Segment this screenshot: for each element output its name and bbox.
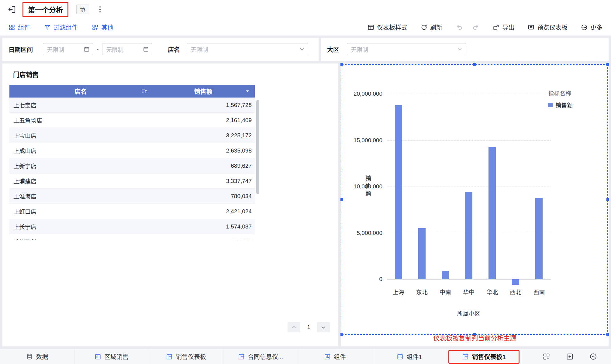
- bottom-tab[interactable]: 组件: [298, 349, 372, 364]
- export-button[interactable]: 导出: [493, 23, 514, 32]
- preview-dashboard-button[interactable]: 预览仪表板: [528, 23, 568, 32]
- dashboard-style-button[interactable]: 仪表板样式: [368, 23, 407, 32]
- table-row[interactable]: 上虹口店2,421,024: [9, 204, 255, 219]
- store-name-cell: 上七宝店: [9, 98, 152, 112]
- store-sales-table: 店名 销售额 上七宝店1,567,728上五角场店2,161,4: [9, 85, 255, 240]
- bottom-tab[interactable]: 组件1: [372, 349, 447, 364]
- widgets-row: 门店销售 店名 销售额: [2, 64, 609, 346]
- sales-column-header[interactable]: 销售额: [152, 85, 255, 98]
- annotation-box-title: 第一个分析: [22, 2, 68, 17]
- table-row[interactable]: 上成山店2,635,098: [9, 143, 255, 158]
- component-button[interactable]: 组件: [9, 23, 30, 32]
- chart-bar[interactable]: [512, 279, 519, 285]
- store-sales-widget[interactable]: 门店销售 店名 销售额: [2, 64, 338, 346]
- date-range-label: 日期区间: [9, 45, 33, 54]
- store-name-cell: 上宝山店: [9, 128, 152, 143]
- sales-value-cell: 2,161,409: [152, 113, 255, 128]
- table-row[interactable]: 兰州西货400,218: [9, 234, 255, 240]
- other-button[interactable]: 其他: [92, 23, 113, 32]
- preview-label: 预览仪表板: [537, 23, 568, 32]
- redo-icon: [472, 24, 479, 31]
- chart-bar[interactable]: [535, 198, 543, 279]
- chart-bar[interactable]: [488, 147, 496, 279]
- more-icon: [581, 24, 588, 31]
- selection-handle[interactable]: [340, 198, 343, 201]
- add-component-button[interactable]: [543, 353, 550, 360]
- table-row[interactable]: 上长宁店1,574,087: [9, 219, 255, 234]
- selection-handle[interactable]: [606, 63, 609, 66]
- bottom-tab[interactable]: 销售仪表板: [149, 349, 223, 364]
- chart-bar[interactable]: [465, 192, 472, 279]
- table-row[interactable]: 上浦建店3,337,747: [9, 173, 255, 189]
- bottom-tab[interactable]: 销售仪表板1: [447, 349, 521, 364]
- sales-value-cell: 400,218: [152, 234, 255, 240]
- dashboard-style-icon: [368, 24, 374, 31]
- gridline: [387, 279, 551, 280]
- bottom-tab-bar: 数据区域销售销售仪表板合同信息仪...组件组件1销售仪表板1: [0, 349, 611, 364]
- selection-handle[interactable]: [606, 198, 609, 201]
- dashboard-icon: [166, 353, 173, 360]
- add-dashboard-button[interactable]: [566, 353, 574, 360]
- store-name-cell: 上淮海店: [9, 189, 152, 204]
- selection-handle[interactable]: [473, 63, 476, 66]
- gridline: [387, 94, 551, 94]
- component-plus-icon: [543, 353, 550, 360]
- chart-widget-icon: [397, 353, 403, 360]
- chart-bar[interactable]: [442, 271, 449, 279]
- date-start-input[interactable]: 无限制: [43, 43, 93, 55]
- collaboration-badge[interactable]: 协: [76, 5, 89, 14]
- column-dropdown-icon[interactable]: [244, 88, 250, 94]
- gridline: [387, 187, 551, 187]
- table-row[interactable]: 上淮海店780,034: [9, 189, 255, 204]
- table-row[interactable]: 上宝山店3,225,172: [9, 128, 255, 143]
- filter-card-region: 大区 无限制: [321, 38, 609, 61]
- date-end-input[interactable]: 无限制: [102, 43, 152, 55]
- more-label: 更多: [590, 23, 602, 32]
- table-row[interactable]: 上七宝店1,567,728: [9, 98, 255, 113]
- table-scrollbar[interactable]: [256, 100, 259, 194]
- store-name-cell: 上五角场店: [9, 113, 152, 128]
- bottom-tab[interactable]: 合同信息仪...: [223, 349, 298, 364]
- sales-chart-widget[interactable]: 指标名称 销售额 销售额 05,000,00010,000,00015,000,…: [341, 64, 609, 346]
- calendar-icon: [143, 46, 149, 52]
- table-row[interactable]: 上新宁店.689,627: [9, 158, 255, 173]
- store-name-cell: 上成山店: [9, 143, 152, 158]
- exit-button[interactable]: [7, 5, 16, 14]
- chart-bar[interactable]: [418, 228, 426, 279]
- table-row[interactable]: 上五角场店2,161,409: [9, 113, 255, 128]
- legend-item[interactable]: 销售额: [548, 101, 573, 109]
- collapse-tabbar-button[interactable]: [589, 353, 597, 360]
- selection-handle[interactable]: [340, 63, 343, 66]
- tab-label: 组件1: [406, 352, 422, 361]
- chart-bar[interactable]: [395, 105, 402, 279]
- store-filter-select[interactable]: 无限制: [187, 43, 308, 55]
- tab-label: 销售仪表板: [176, 352, 206, 361]
- chart-plot-area: 05,000,00010,000,00015,000,00020,000,000…: [387, 94, 551, 279]
- tab-label: 数据: [36, 352, 48, 361]
- chart-widget-icon: [324, 353, 331, 360]
- page-up-button[interactable]: [288, 322, 300, 332]
- sort-icon[interactable]: [141, 88, 147, 94]
- store-name-cell: 上新宁店.: [9, 158, 152, 173]
- bottom-tab[interactable]: 数据: [0, 349, 74, 364]
- x-tick-label: 上海: [387, 288, 410, 296]
- calendar-icon: [84, 46, 90, 52]
- undo-button[interactable]: [456, 24, 463, 31]
- component-label: 组件: [18, 23, 30, 32]
- history-buttons: [456, 24, 479, 31]
- exit-icon: [7, 5, 16, 14]
- region-filter-select[interactable]: 无限制: [347, 43, 466, 55]
- store-column-header[interactable]: 店名: [9, 85, 152, 98]
- preview-icon: [528, 24, 534, 31]
- store-filter-label: 店名: [168, 45, 180, 54]
- annotation-text: 仪表板被复制到当前分析主题: [341, 333, 609, 342]
- bottom-tab[interactable]: 区域销售: [74, 349, 149, 364]
- more-button[interactable]: 更多: [581, 23, 602, 32]
- kebab-menu-button[interactable]: [98, 5, 102, 14]
- page-down-button[interactable]: [317, 322, 330, 332]
- refresh-button[interactable]: 刷新: [421, 23, 442, 32]
- redo-button[interactable]: [472, 24, 479, 31]
- filter-component-button[interactable]: 过滤组件: [44, 23, 78, 32]
- database-icon: [26, 353, 33, 360]
- other-label: 其他: [101, 23, 113, 32]
